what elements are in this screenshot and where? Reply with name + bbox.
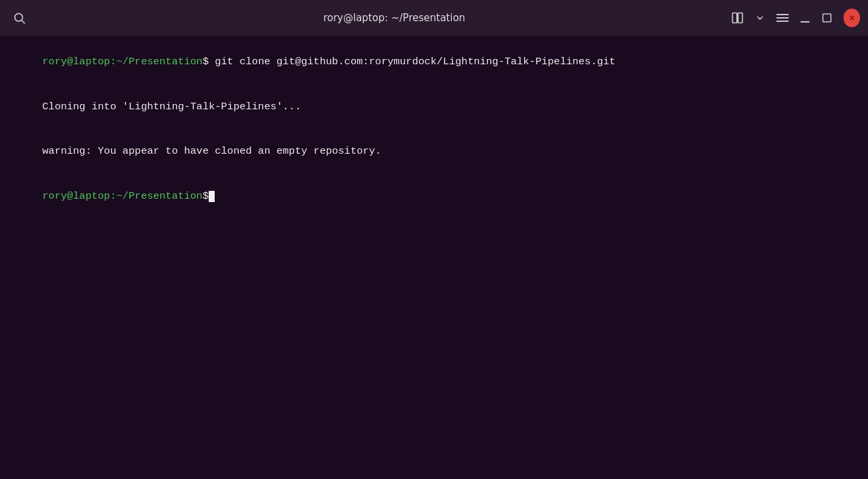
svg-point-0 [15, 13, 23, 21]
prompt-line-2: rory@laptop:~/Presentation$ [5, 174, 863, 218]
svg-rect-8 [823, 14, 831, 22]
svg-line-1 [22, 21, 25, 24]
split-button[interactable] [728, 7, 747, 29]
terminal-body[interactable]: rory@laptop:~/Presentation$ git clone gi… [0, 36, 868, 479]
output-line-2: warning: You appear to have cloned an em… [5, 129, 863, 174]
search-button[interactable] [8, 7, 30, 29]
output-text-1: Cloning into 'Lightning-Talk-Pipelines'.… [42, 101, 301, 113]
title-bar: rory@laptop: ~/Presentation [0, 0, 868, 36]
split-icon [731, 11, 744, 25]
svg-rect-2 [732, 13, 737, 23]
minimize-icon [799, 12, 811, 24]
title-bar-controls: ✕ [728, 7, 860, 29]
minimize-button[interactable] [795, 7, 815, 29]
hamburger-icon [776, 13, 789, 23]
output-line-1: Cloning into 'Lightning-Talk-Pipelines'.… [5, 84, 863, 129]
svg-rect-3 [738, 13, 743, 23]
window-title: rory@laptop: ~/Presentation [61, 12, 728, 24]
command-text-1: git clone git@github.com:rorymurdock/Lig… [209, 56, 616, 68]
output-text-2: warning: You appear to have cloned an em… [42, 145, 382, 157]
prompt-symbol-2: $ [203, 190, 209, 202]
maximize-button[interactable] [818, 7, 838, 29]
dropdown-button[interactable] [750, 7, 770, 29]
close-icon: ✕ [849, 13, 854, 23]
chevron-down-icon [755, 13, 765, 23]
title-text: rory@laptop: ~/Presentation [323, 12, 465, 24]
maximize-icon [821, 12, 833, 24]
menu-button[interactable] [773, 7, 792, 29]
title-bar-left [8, 7, 61, 29]
close-button[interactable]: ✕ [843, 9, 860, 27]
prompt-2: rory@laptop:~/Presentation [42, 190, 203, 202]
search-icon [13, 11, 26, 25]
command-line-1: rory@laptop:~/Presentation$ git clone gi… [5, 40, 863, 84]
prompt-1: rory@laptop:~/Presentation [42, 56, 203, 68]
cursor [209, 191, 215, 202]
prompt-symbol-1: $ [203, 56, 209, 68]
terminal-window: rory@laptop: ~/Presentation [0, 0, 868, 479]
